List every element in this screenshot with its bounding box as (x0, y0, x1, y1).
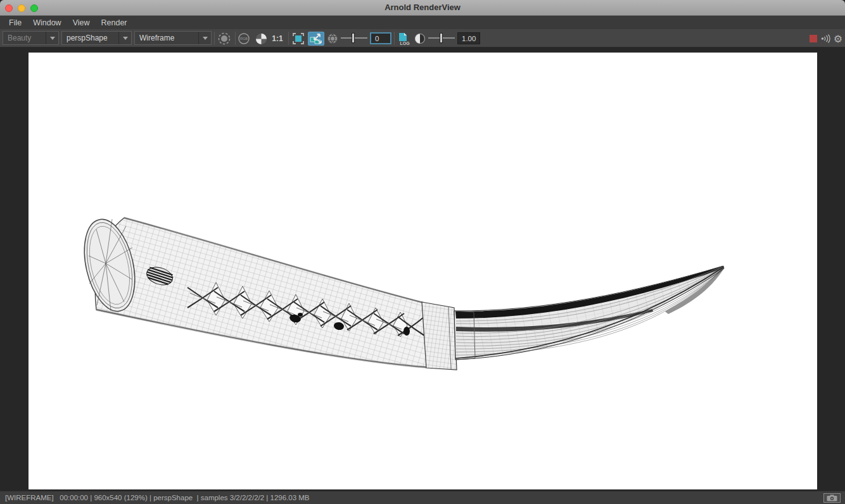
render-target-button[interactable] (217, 32, 232, 46)
gear-icon: ⚙ (834, 33, 842, 45)
log-file-icon: LOG (397, 32, 412, 46)
zoom-1-1-label: 1:1 (272, 34, 283, 43)
chevron-down-icon[interactable] (46, 32, 58, 44)
camera-dropdown[interactable]: perspShape (61, 31, 132, 45)
menu-view[interactable]: View (72, 18, 91, 27)
menu-window[interactable]: Window (32, 18, 62, 27)
gamma-button[interactable] (413, 32, 427, 46)
toolbar-separator (288, 32, 289, 45)
exposure-slider[interactable] (341, 33, 367, 43)
target-circle-icon (217, 32, 231, 46)
window-title: Arnold RenderView (0, 3, 845, 12)
log-display-button[interactable]: LOG (396, 32, 412, 46)
camera-icon (827, 495, 837, 501)
aperture-button[interactable] (326, 32, 340, 46)
menu-render[interactable]: Render (100, 18, 129, 27)
aperture-icon (327, 33, 338, 44)
display-mode-dropdown[interactable]: Wireframe (134, 31, 212, 45)
status-text: [WIREFRAME] 00:00:00 | 960x540 (129%) | … (0, 494, 310, 501)
fit-arrows-icon (309, 32, 323, 45)
gamma-contrast-icon (414, 33, 426, 44)
status-bar: [WIREFRAME] 00:00:00 | 960x540 (129%) | … (0, 491, 845, 504)
pie-swatch-icon (255, 33, 267, 45)
stop-render-button[interactable] (808, 32, 818, 46)
toolbar-separator (214, 32, 215, 45)
gamma-slider[interactable] (428, 33, 455, 43)
snapshot-button[interactable] (823, 493, 841, 503)
toolbar-separator (394, 32, 395, 45)
render-canvas[interactable] (29, 53, 817, 489)
title-bar: Arnold RenderView (0, 0, 845, 16)
broadcast-waves-icon (820, 34, 831, 44)
exposure-slider-handle[interactable] (352, 33, 355, 43)
camera-dropdown-value: perspShape (62, 34, 118, 42)
menu-file[interactable]: File (8, 18, 23, 27)
crop-region-icon (292, 32, 305, 45)
render-image-katana-wireframe (29, 53, 817, 489)
settings-button[interactable]: ⚙ (832, 32, 844, 46)
rgb-channels-button[interactable]: RGB (237, 32, 251, 46)
crop-region-button[interactable] (291, 32, 306, 46)
toolbar-separator (235, 32, 236, 45)
app-window: Arnold RenderView File Window View Rende… (0, 0, 845, 504)
render-viewport[interactable] (0, 48, 845, 491)
background-swatch-button[interactable] (254, 32, 268, 46)
ipr-broadcast-button[interactable] (820, 32, 831, 46)
zoom-1-1-button[interactable]: 1:1 (269, 32, 286, 46)
exposure-input[interactable] (370, 32, 391, 44)
menu-bar: File Window View Render (0, 16, 845, 29)
gamma-input[interactable] (457, 32, 480, 44)
aov-dropdown-value: Beauty (3, 34, 46, 42)
toolbar: Beauty perspShape Wireframe RGB (0, 29, 845, 47)
rgb-icon: RGB (238, 32, 250, 45)
aov-dropdown[interactable]: Beauty (3, 31, 59, 45)
chevron-down-icon[interactable] (118, 32, 131, 44)
svg-text:RGB: RGB (240, 37, 248, 41)
svg-text:LOG: LOG (400, 41, 410, 46)
display-mode-dropdown-value: Wireframe (135, 34, 198, 42)
chevron-down-icon[interactable] (198, 32, 211, 44)
fit-to-window-button[interactable] (308, 32, 324, 46)
stop-square-icon (810, 35, 817, 42)
gamma-slider-handle[interactable] (440, 33, 443, 43)
